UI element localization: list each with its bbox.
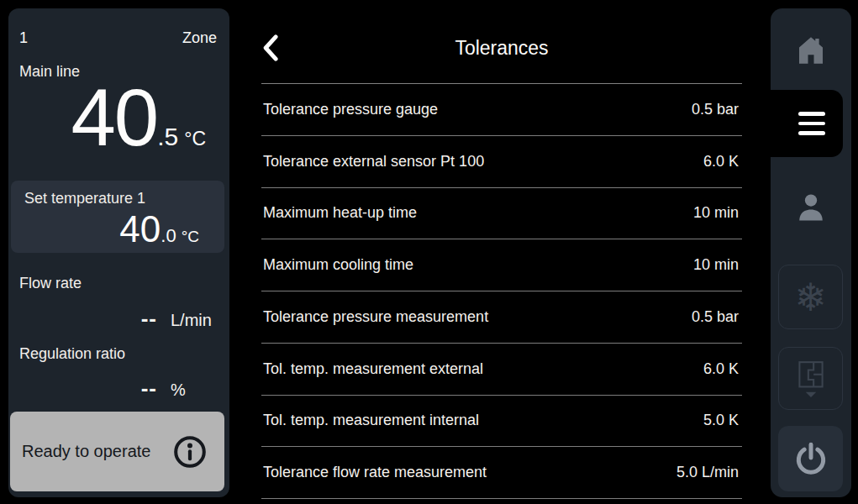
sidebar-item-menu-active[interactable] <box>749 90 843 157</box>
row-value: 0.5 bar <box>692 308 742 326</box>
row-label: Tol. temp. measurement internal <box>261 412 479 429</box>
set-temperature-label: Set temperature 1 <box>24 190 211 207</box>
set-temperature-value: 40 .0 °C <box>24 211 211 248</box>
row-value: 6.0 K <box>703 360 742 378</box>
regulation-ratio-value-row: -- % <box>18 375 223 402</box>
main-temperature-display: 40 .5 °C <box>71 77 206 158</box>
tolerances-list: Tolerance pressure gauge 0.5 bar Toleran… <box>261 84 742 499</box>
row-label: Tolerance external sensor Pt 100 <box>261 153 484 171</box>
zone-panel: 1 Zone Main line 40 .5 °C Set temperatur… <box>8 8 229 497</box>
flow-rate-value-row: -- L/min <box>18 306 223 332</box>
home-icon <box>793 33 829 68</box>
zone-number: 1 <box>19 27 28 49</box>
mold-drain-button[interactable] <box>778 347 843 410</box>
status-ready-label: Ready to operate <box>22 442 150 461</box>
set-temperature-decimal: .0 <box>161 225 176 247</box>
row-label: Maximum cooling time <box>261 256 413 274</box>
mold-drain-icon <box>795 360 827 398</box>
flow-rate-unit: L/min <box>171 311 223 330</box>
info-icon <box>172 434 208 470</box>
table-row[interactable]: Tol. temp. measurement external 6.0 K <box>261 344 742 396</box>
main-temperature-decimal: .5 <box>157 123 178 151</box>
row-value: 10 min <box>693 256 742 274</box>
user-icon <box>792 189 829 226</box>
set-temperature-card[interactable]: Set temperature 1 40 .0 °C <box>11 181 224 253</box>
hmi-screen: 1 Zone Main line 40 .5 °C Set temperatur… <box>0 0 858 504</box>
sidebar-item-home[interactable] <box>771 8 851 92</box>
row-label: Tolerance pressure measurement <box>261 308 488 326</box>
row-value: 10 min <box>693 204 742 222</box>
row-value: 5.0 K <box>703 412 742 429</box>
snowflake-icon: ❄ <box>794 278 827 317</box>
row-label: Maximum heat-up time <box>261 204 417 222</box>
row-value: 6.0 K <box>703 153 742 171</box>
regulation-ratio-unit: % <box>171 381 223 400</box>
table-row[interactable]: Tol. temp. measurement internal 5.0 K <box>261 396 742 448</box>
power-icon <box>792 440 829 477</box>
row-value: 5.0 L/min <box>676 464 742 481</box>
table-row[interactable]: Tolerance external sensor Pt 100 6.0 K <box>261 136 742 188</box>
status-ready-button[interactable]: Ready to operate <box>10 412 224 491</box>
flow-rate-value: -- <box>141 306 157 332</box>
table-row[interactable]: Maximum cooling time 10 min <box>261 239 742 291</box>
table-row[interactable]: Tolerance flow rate measurement 5.0 L/mi… <box>261 447 742 499</box>
set-temperature-unit: °C <box>182 228 199 246</box>
regulation-ratio-label: Regulation ratio <box>19 343 125 365</box>
set-temperature-integer: 40 <box>119 211 161 248</box>
zone-header: 1 Zone <box>19 27 217 49</box>
row-value: 0.5 bar <box>692 101 742 118</box>
main-temperature-unit: °C <box>184 128 206 150</box>
page-header: Tolerances <box>261 0 742 84</box>
sidebar: ❄ <box>771 8 851 497</box>
zone-label: Zone <box>182 27 217 49</box>
power-button[interactable] <box>778 426 843 491</box>
row-label: Tol. temp. measurement external <box>261 360 483 378</box>
main-temperature-integer: 40 <box>71 77 157 158</box>
table-row[interactable]: Tolerance pressure measurement 0.5 bar <box>261 291 742 344</box>
table-row[interactable]: Maximum heat-up time 10 min <box>261 188 742 240</box>
row-label: Tolerance pressure gauge <box>261 101 438 118</box>
page-title: Tolerances <box>261 37 742 60</box>
regulation-ratio-value: -- <box>141 375 157 402</box>
sidebar-item-user[interactable] <box>771 170 851 245</box>
flow-rate-label: Flow rate <box>19 272 82 294</box>
menu-icon <box>798 112 825 135</box>
row-label: Tolerance flow rate measurement <box>261 464 487 481</box>
table-row[interactable]: Tolerance pressure gauge 0.5 bar <box>261 84 742 136</box>
tolerances-page: Tolerances Tolerance pressure gauge 0.5 … <box>261 0 742 504</box>
cooling-button[interactable]: ❄ <box>778 265 843 329</box>
